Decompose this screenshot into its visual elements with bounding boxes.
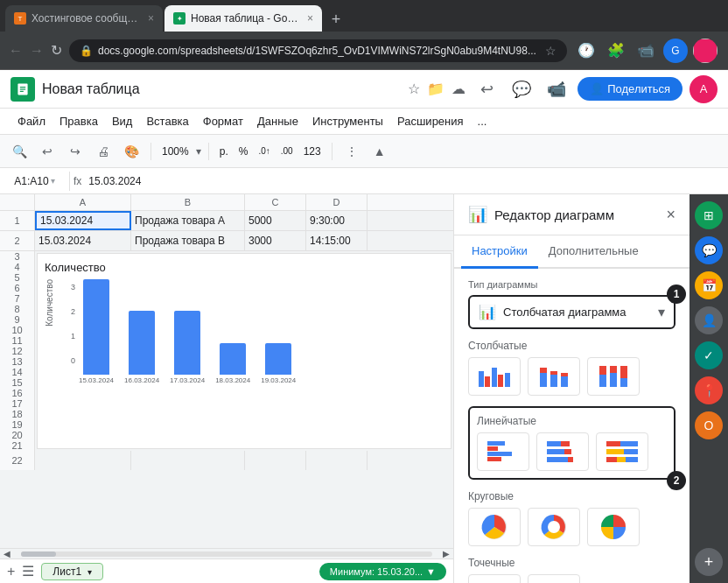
add-tool-btn[interactable]: + xyxy=(695,548,723,576)
cell-a1[interactable]: 15.03.2024 xyxy=(35,211,131,230)
zoom-arrow[interactable]: ▾ xyxy=(196,145,201,158)
format-123-btn[interactable]: 123 xyxy=(300,144,325,159)
chart-type-dropdown[interactable]: 📊 Столбчатая диаграмма ▾ xyxy=(468,295,676,329)
zoom-select[interactable]: 100% xyxy=(158,144,192,159)
user-avatar[interactable]: А xyxy=(690,75,718,103)
decimal-up-btn[interactable]: .0↑ xyxy=(255,144,273,158)
chart-type-grouped-bar[interactable] xyxy=(468,357,521,396)
chat-tool-btn[interactable]: 💬 xyxy=(695,236,723,264)
scroll-left-btn[interactable]: ◀ xyxy=(4,549,21,558)
sheet-tab-arrow[interactable]: ▾ xyxy=(88,567,92,577)
chart-type-donut[interactable] xyxy=(528,508,580,546)
history-icon[interactable]: 🕐 xyxy=(574,39,598,63)
chart-type-grouped-horiz[interactable] xyxy=(477,432,529,471)
office-tool-btn[interactable]: O xyxy=(695,411,723,439)
chart-type-percent-horiz[interactable] xyxy=(596,432,648,471)
undo-toolbar-btn[interactable]: ↩ xyxy=(35,139,60,164)
profile-avatar[interactable]: G xyxy=(663,39,688,63)
cell-reference[interactable]: A1:A10 ▾ xyxy=(0,172,70,191)
more-toolbar-btn[interactable]: ⋮ xyxy=(340,139,364,164)
back-button[interactable]: ← xyxy=(9,43,23,59)
scroll-right-btn[interactable]: ▶ xyxy=(432,549,450,558)
sheets-tool-btn[interactable]: ⊞ xyxy=(695,201,723,229)
sheet-menu-btn[interactable]: ☰ xyxy=(22,563,34,579)
decimal-down-btn[interactable]: .00 xyxy=(277,144,297,158)
cell-ref-arrow[interactable]: ▾ xyxy=(51,176,55,186)
col-header-c[interactable]: C xyxy=(245,194,306,210)
url-bar[interactable]: 🔒 docs.google.com/spreadsheets/d/1SWFSZO… xyxy=(69,39,567,62)
col-header-b[interactable]: B xyxy=(131,194,245,210)
cell-d1[interactable]: 9:30:00 xyxy=(306,211,368,230)
menu-data[interactable]: Данные xyxy=(250,111,305,131)
extensions-icon[interactable]: 🧩 xyxy=(604,39,628,63)
share-button[interactable]: 👤 Поделиться xyxy=(578,77,682,101)
star-title-icon[interactable]: ☆ xyxy=(408,81,420,97)
chat-bubble-icon[interactable]: 💬 xyxy=(508,75,536,103)
min-date-button[interactable]: Минимум: 15.03.20... ▼ xyxy=(319,563,446,580)
tab-close-hosting[interactable]: × xyxy=(148,12,154,25)
chart-type-percent-bar[interactable] xyxy=(587,357,640,396)
horizontal-scrollbar[interactable]: ◀ ▶ xyxy=(0,548,453,558)
cell-a2[interactable]: 15.03.2024 xyxy=(35,231,131,250)
move-icon[interactable]: 📁 xyxy=(427,81,444,97)
cell-c22[interactable] xyxy=(245,451,306,470)
tab-hosting[interactable]: T Хостинговое сообщество «Ti... × xyxy=(5,5,163,32)
search-toolbar-btn[interactable]: 🔍 xyxy=(7,139,32,164)
cell-c2[interactable]: 3000 xyxy=(245,231,306,250)
menu-format[interactable]: Формат xyxy=(196,111,250,131)
chart-type-pie[interactable] xyxy=(468,508,521,546)
col-header-a[interactable]: A xyxy=(35,194,131,210)
cell-d2[interactable]: 14:15:00 xyxy=(306,231,368,250)
formula-display[interactable]: 15.03.2024 xyxy=(81,175,148,187)
cell-b22[interactable] xyxy=(131,451,245,470)
sheet-tab-1[interactable]: Лист1 ▾ xyxy=(41,563,103,580)
chart-type-scatter2[interactable] xyxy=(528,574,580,583)
user-pic[interactable] xyxy=(693,39,718,63)
cell-c1[interactable]: 5000 xyxy=(245,211,306,230)
new-tab-button[interactable]: + xyxy=(324,7,348,32)
print-btn[interactable]: 🖨 xyxy=(91,139,116,164)
col-header-d[interactable]: D xyxy=(306,194,368,210)
cell-a22[interactable] xyxy=(35,451,131,470)
scroll-track[interactable] xyxy=(21,551,432,557)
menu-insert[interactable]: Вставка xyxy=(139,111,195,131)
video-icon[interactable]: 📹 xyxy=(634,39,658,63)
chart-type-stacked-bar[interactable] xyxy=(528,357,580,396)
menu-view[interactable]: Вид xyxy=(105,111,140,131)
tab-sheets[interactable]: ✦ Новая таблица - Google Табл... × xyxy=(164,5,322,32)
forward-button[interactable]: → xyxy=(30,43,44,59)
add-sheet-btn[interactable]: + xyxy=(7,564,15,579)
cell-b1[interactable]: Продажа товара А xyxy=(131,211,245,230)
menu-tools[interactable]: Инструменты xyxy=(305,111,390,131)
paint-format-btn[interactable]: 🎨 xyxy=(119,139,144,164)
tab-additional[interactable]: Дополнительные xyxy=(538,235,649,269)
percent-btn[interactable]: % xyxy=(235,144,252,159)
video-call-icon[interactable]: 📹 xyxy=(542,75,570,103)
tab-close-sheets[interactable]: × xyxy=(307,12,313,25)
chart-type-colored-pie[interactable] xyxy=(587,508,640,546)
tab-settings[interactable]: Настройки xyxy=(461,235,538,269)
user-tool-btn[interactable]: 👤 xyxy=(695,306,723,334)
cell-d22[interactable] xyxy=(306,451,368,470)
menu-edit[interactable]: Правка xyxy=(52,111,105,131)
menu-file[interactable]: Файл xyxy=(10,111,52,131)
currency-btn[interactable]: р. xyxy=(216,144,232,159)
chart-editor-close-btn[interactable]: × xyxy=(666,206,676,224)
scroll-thumb[interactable] xyxy=(21,551,56,557)
cloud-icon[interactable]: ☁ xyxy=(452,81,466,97)
redo-toolbar-btn[interactable]: ↪ xyxy=(63,139,88,164)
chart-type-stacked-horiz[interactable] xyxy=(536,432,589,471)
star-icon[interactable]: ☆ xyxy=(545,44,556,58)
min-date-label: Минимум: 15.03.20... xyxy=(330,566,423,577)
menu-more[interactable]: ... xyxy=(471,111,494,131)
menu-extensions[interactable]: Расширения xyxy=(390,111,471,131)
calendar-tool-btn[interactable]: 📅 xyxy=(695,271,723,299)
undo-icon[interactable]: ↩ xyxy=(472,75,500,103)
chart-type-scatter1[interactable] xyxy=(468,574,521,583)
collapse-toolbar-btn[interactable]: ▲ xyxy=(368,139,392,164)
menu-dots-icon[interactable]: ⋮ xyxy=(723,39,728,63)
cell-b2[interactable]: Продажа товара В xyxy=(131,231,245,250)
tasks-tool-btn[interactable]: ✓ xyxy=(695,341,723,369)
maps-tool-btn[interactable]: 📍 xyxy=(695,376,723,404)
reload-button[interactable]: ↻ xyxy=(51,42,62,59)
